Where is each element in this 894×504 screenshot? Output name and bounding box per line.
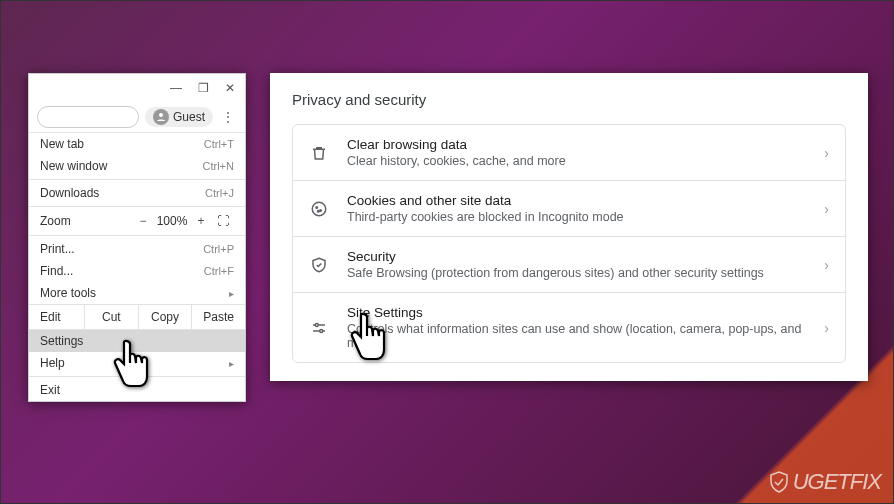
menu-label: Downloads [40, 186, 99, 200]
close-icon[interactable]: ✕ [225, 81, 235, 95]
menu-label: New window [40, 159, 107, 173]
menu-label: New tab [40, 137, 84, 151]
minimize-icon[interactable]: — [170, 81, 182, 95]
section-title: Privacy and security [292, 91, 846, 108]
menu-item-more-tools[interactable]: More tools ▸ [29, 282, 245, 304]
svg-point-4 [318, 210, 320, 212]
cut-button[interactable]: Cut [85, 305, 139, 329]
menu-shortcut: Ctrl+F [204, 265, 234, 277]
edit-label: Edit [29, 305, 85, 329]
menu-shortcut: Ctrl+J [205, 187, 234, 199]
menu-item-zoom: Zoom − 100% + ⛶ [29, 209, 245, 233]
separator [29, 376, 245, 377]
watermark-text: UGETFIX [793, 469, 881, 495]
chevron-right-icon: ▸ [229, 358, 234, 369]
fullscreen-icon[interactable]: ⛶ [212, 214, 234, 228]
zoom-label: Zoom [40, 214, 132, 228]
settings-list: Clear browsing data Clear history, cooki… [292, 124, 846, 363]
menu-item-exit[interactable]: Exit [29, 379, 245, 401]
menu-label: Settings [40, 334, 83, 348]
row-title: Cookies and other site data [347, 193, 806, 208]
menu-item-new-window[interactable]: New window Ctrl+N [29, 155, 245, 177]
svg-point-2 [316, 206, 318, 208]
trash-icon [309, 143, 329, 163]
address-bar-row: Guest ⋮ [29, 102, 245, 133]
row-site-settings[interactable]: Site Settings Controls what information … [293, 293, 845, 362]
svg-point-3 [320, 209, 322, 211]
svg-point-0 [159, 113, 163, 117]
zoom-out-button[interactable]: − [132, 214, 154, 228]
row-text: Cookies and other site data Third-party … [347, 193, 806, 224]
svg-point-8 [320, 329, 323, 332]
zoom-in-button[interactable]: + [190, 214, 212, 228]
zoom-value: 100% [154, 214, 190, 228]
person-icon [153, 109, 169, 125]
svg-point-1 [312, 202, 326, 216]
menu-item-help[interactable]: Help ▸ [29, 352, 245, 374]
privacy-security-panel: Privacy and security Clear browsing data… [270, 73, 868, 381]
chevron-right-icon: › [824, 201, 829, 217]
watermark: UGETFIX [767, 469, 881, 495]
row-text: Security Safe Browsing (protection from … [347, 249, 806, 280]
cookie-icon [309, 199, 329, 219]
row-text: Site Settings Controls what information … [347, 305, 806, 350]
menu-label: More tools [40, 286, 96, 300]
profile-label: Guest [173, 110, 205, 124]
svg-point-6 [315, 323, 318, 326]
menu-item-new-tab[interactable]: New tab Ctrl+T [29, 133, 245, 155]
maximize-icon[interactable]: ❐ [198, 81, 209, 95]
row-title: Site Settings [347, 305, 806, 320]
paste-button[interactable]: Paste [192, 305, 245, 329]
row-subtitle: Clear history, cookies, cache, and more [347, 154, 806, 168]
menu-shortcut: Ctrl+P [203, 243, 234, 255]
chevron-right-icon: › [824, 320, 829, 336]
kebab-menu-icon[interactable]: ⋮ [219, 110, 237, 124]
window-titlebar: — ❐ ✕ [29, 74, 245, 102]
row-subtitle: Controls what information sites can use … [347, 322, 806, 350]
menu-label: Help [40, 356, 65, 370]
menu-label: Exit [40, 383, 60, 397]
chevron-right-icon: › [824, 145, 829, 161]
menu-item-find[interactable]: Find... Ctrl+F [29, 260, 245, 282]
shield-icon [309, 255, 329, 275]
chrome-menu-window: — ❐ ✕ Guest ⋮ New tab Ctrl+T New window … [28, 73, 246, 402]
menu-label: Print... [40, 242, 75, 256]
omnibox-input[interactable] [37, 106, 139, 128]
row-subtitle: Third-party cookies are blocked in Incog… [347, 210, 806, 224]
row-security[interactable]: Security Safe Browsing (protection from … [293, 237, 845, 293]
separator [29, 179, 245, 180]
separator [29, 206, 245, 207]
profile-chip[interactable]: Guest [145, 107, 213, 127]
row-clear-browsing-data[interactable]: Clear browsing data Clear history, cooki… [293, 125, 845, 181]
chevron-right-icon: › [824, 257, 829, 273]
chevron-right-icon: ▸ [229, 288, 234, 299]
separator [29, 235, 245, 236]
menu-item-downloads[interactable]: Downloads Ctrl+J [29, 182, 245, 204]
menu-item-print[interactable]: Print... Ctrl+P [29, 238, 245, 260]
row-cookies[interactable]: Cookies and other site data Third-party … [293, 181, 845, 237]
row-text: Clear browsing data Clear history, cooki… [347, 137, 806, 168]
menu-item-edit-row: Edit Cut Copy Paste [29, 304, 245, 330]
copy-button[interactable]: Copy [139, 305, 193, 329]
row-subtitle: Safe Browsing (protection from dangerous… [347, 266, 806, 280]
menu-shortcut: Ctrl+T [204, 138, 234, 150]
sliders-icon [309, 318, 329, 338]
row-title: Clear browsing data [347, 137, 806, 152]
row-title: Security [347, 249, 806, 264]
shield-check-icon [767, 470, 791, 494]
menu-shortcut: Ctrl+N [203, 160, 234, 172]
menu-item-settings[interactable]: Settings [29, 330, 245, 352]
menu-label: Find... [40, 264, 73, 278]
